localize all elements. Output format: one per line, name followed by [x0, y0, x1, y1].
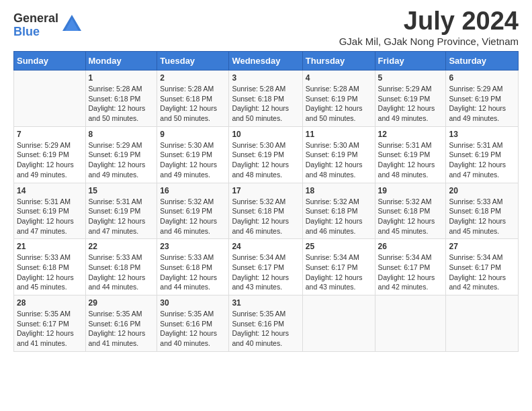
- day-info: Sunrise: 5:33 AMSunset: 6:18 PMDaylight:…: [160, 253, 226, 292]
- day-number: 16: [160, 186, 226, 195]
- calendar-cell: 5Sunrise: 5:29 AMSunset: 6:19 PMDaylight…: [375, 71, 446, 127]
- calendar-cell: [14, 71, 86, 127]
- day-number: 18: [306, 186, 372, 195]
- day-number: 31: [232, 298, 299, 308]
- header-friday: Friday: [375, 52, 446, 71]
- day-info: Sunrise: 5:33 AMSunset: 6:18 PMDaylight:…: [17, 253, 83, 292]
- title-section: July 2024 GJak Mil, GJak Nong Province, …: [339, 7, 519, 47]
- calendar-cell: 8Sunrise: 5:29 AMSunset: 6:19 PMDaylight…: [85, 126, 157, 183]
- header-sunday: Sunday: [14, 52, 86, 71]
- header-monday: Monday: [85, 52, 157, 71]
- day-number: 25: [306, 242, 372, 251]
- calendar-cell: 4Sunrise: 5:28 AMSunset: 6:19 PMDaylight…: [302, 71, 375, 127]
- day-info: Sunrise: 5:32 AMSunset: 6:18 PMDaylight:…: [232, 197, 299, 236]
- page-header: General Blue July 2024 GJak Mil, GJak No…: [13, 7, 519, 47]
- day-number: 11: [306, 130, 372, 139]
- day-number: 13: [449, 130, 515, 139]
- calendar-cell: 1Sunrise: 5:28 AMSunset: 6:18 PMDaylight…: [85, 71, 157, 127]
- calendar-table: SundayMondayTuesdayWednesdayThursdayFrid…: [13, 51, 519, 352]
- calendar-header-row: SundayMondayTuesdayWednesdayThursdayFrid…: [14, 52, 519, 71]
- day-info: Sunrise: 5:33 AMSunset: 6:18 PMDaylight:…: [449, 197, 515, 236]
- calendar-cell: [375, 295, 446, 352]
- day-number: 26: [378, 242, 443, 251]
- day-info: Sunrise: 5:28 AMSunset: 6:18 PMDaylight:…: [232, 84, 299, 124]
- day-number: 9: [160, 130, 226, 139]
- day-number: 17: [232, 186, 299, 195]
- day-number: 24: [232, 242, 299, 251]
- calendar-cell: 12Sunrise: 5:31 AMSunset: 6:19 PMDayligh…: [375, 126, 446, 183]
- day-number: 14: [17, 186, 83, 195]
- day-number: 4: [306, 73, 372, 83]
- week-row-1: 1Sunrise: 5:28 AMSunset: 6:18 PMDaylight…: [14, 71, 519, 127]
- day-info: Sunrise: 5:28 AMSunset: 6:18 PMDaylight:…: [89, 84, 154, 124]
- day-info: Sunrise: 5:28 AMSunset: 6:19 PMDaylight:…: [306, 84, 372, 124]
- day-number: 10: [232, 130, 299, 139]
- day-info: Sunrise: 5:31 AMSunset: 6:19 PMDaylight:…: [378, 140, 443, 180]
- day-number: 22: [89, 242, 154, 251]
- day-info: Sunrise: 5:33 AMSunset: 6:18 PMDaylight:…: [89, 253, 154, 292]
- day-info: Sunrise: 5:32 AMSunset: 6:19 PMDaylight:…: [160, 197, 226, 236]
- header-saturday: Saturday: [446, 52, 519, 71]
- day-info: Sunrise: 5:35 AMSunset: 6:17 PMDaylight:…: [17, 309, 83, 349]
- day-info: Sunrise: 5:34 AMSunset: 6:17 PMDaylight:…: [378, 253, 443, 292]
- day-info: Sunrise: 5:30 AMSunset: 6:19 PMDaylight:…: [232, 140, 299, 180]
- calendar-cell: [446, 295, 519, 352]
- calendar-cell: 11Sunrise: 5:30 AMSunset: 6:19 PMDayligh…: [302, 126, 375, 183]
- week-row-5: 28Sunrise: 5:35 AMSunset: 6:17 PMDayligh…: [14, 295, 519, 352]
- header-thursday: Thursday: [302, 52, 375, 71]
- calendar-cell: 16Sunrise: 5:32 AMSunset: 6:19 PMDayligh…: [157, 183, 229, 239]
- calendar-cell: 18Sunrise: 5:32 AMSunset: 6:18 PMDayligh…: [302, 183, 375, 239]
- calendar-cell: 19Sunrise: 5:32 AMSunset: 6:18 PMDayligh…: [375, 183, 446, 239]
- header-wednesday: Wednesday: [229, 52, 302, 71]
- day-number: 15: [89, 186, 154, 195]
- day-info: Sunrise: 5:34 AMSunset: 6:17 PMDaylight:…: [306, 253, 372, 292]
- logo-blue: Blue: [13, 26, 58, 39]
- header-tuesday: Tuesday: [157, 52, 229, 71]
- calendar-cell: 24Sunrise: 5:34 AMSunset: 6:17 PMDayligh…: [229, 239, 302, 295]
- calendar-cell: 13Sunrise: 5:31 AMSunset: 6:19 PMDayligh…: [446, 126, 519, 183]
- calendar-cell: 7Sunrise: 5:29 AMSunset: 6:19 PMDaylight…: [14, 126, 86, 183]
- day-number: 3: [232, 73, 299, 83]
- calendar-cell: 23Sunrise: 5:33 AMSunset: 6:18 PMDayligh…: [157, 239, 229, 295]
- location-subtitle: GJak Mil, GJak Nong Province, Vietnam: [339, 36, 519, 47]
- day-number: 27: [449, 242, 515, 251]
- calendar-cell: 29Sunrise: 5:35 AMSunset: 6:16 PMDayligh…: [85, 295, 157, 352]
- calendar-cell: 26Sunrise: 5:34 AMSunset: 6:17 PMDayligh…: [375, 239, 446, 295]
- logo: General Blue: [13, 12, 84, 39]
- week-row-3: 14Sunrise: 5:31 AMSunset: 6:19 PMDayligh…: [14, 183, 519, 239]
- day-number: 5: [378, 73, 443, 83]
- calendar-cell: 21Sunrise: 5:33 AMSunset: 6:18 PMDayligh…: [14, 239, 86, 295]
- day-info: Sunrise: 5:32 AMSunset: 6:18 PMDaylight:…: [306, 197, 372, 236]
- day-info: Sunrise: 5:29 AMSunset: 6:19 PMDaylight:…: [449, 84, 515, 124]
- day-info: Sunrise: 5:34 AMSunset: 6:17 PMDaylight:…: [449, 253, 515, 292]
- calendar-cell: 28Sunrise: 5:35 AMSunset: 6:17 PMDayligh…: [14, 295, 86, 352]
- calendar-cell: 22Sunrise: 5:33 AMSunset: 6:18 PMDayligh…: [85, 239, 157, 295]
- day-number: 19: [378, 186, 443, 195]
- day-info: Sunrise: 5:29 AMSunset: 6:19 PMDaylight:…: [89, 140, 154, 180]
- day-number: 12: [378, 130, 443, 139]
- calendar-cell: 14Sunrise: 5:31 AMSunset: 6:19 PMDayligh…: [14, 183, 86, 239]
- logo-icon: [60, 12, 84, 36]
- day-info: Sunrise: 5:30 AMSunset: 6:19 PMDaylight:…: [160, 140, 226, 180]
- calendar-cell: 10Sunrise: 5:30 AMSunset: 6:19 PMDayligh…: [229, 126, 302, 183]
- day-info: Sunrise: 5:34 AMSunset: 6:17 PMDaylight:…: [232, 253, 299, 292]
- calendar-cell: 27Sunrise: 5:34 AMSunset: 6:17 PMDayligh…: [446, 239, 519, 295]
- day-info: Sunrise: 5:31 AMSunset: 6:19 PMDaylight:…: [89, 197, 154, 236]
- calendar-cell: 31Sunrise: 5:35 AMSunset: 6:16 PMDayligh…: [229, 295, 302, 352]
- week-row-4: 21Sunrise: 5:33 AMSunset: 6:18 PMDayligh…: [14, 239, 519, 295]
- calendar-cell: 2Sunrise: 5:28 AMSunset: 6:18 PMDaylight…: [157, 71, 229, 127]
- logo-general: General: [13, 12, 58, 26]
- calendar-cell: 25Sunrise: 5:34 AMSunset: 6:17 PMDayligh…: [302, 239, 375, 295]
- day-info: Sunrise: 5:35 AMSunset: 6:16 PMDaylight:…: [232, 309, 299, 349]
- day-info: Sunrise: 5:29 AMSunset: 6:19 PMDaylight:…: [378, 84, 443, 124]
- day-number: 21: [17, 242, 83, 251]
- day-number: 8: [89, 130, 154, 139]
- day-number: 20: [449, 186, 515, 195]
- day-number: 6: [449, 73, 515, 83]
- day-number: 30: [160, 298, 226, 308]
- day-info: Sunrise: 5:35 AMSunset: 6:16 PMDaylight:…: [89, 309, 154, 349]
- week-row-2: 7Sunrise: 5:29 AMSunset: 6:19 PMDaylight…: [14, 126, 519, 183]
- day-number: 1: [89, 73, 154, 83]
- day-number: 28: [17, 298, 83, 308]
- day-number: 7: [17, 130, 83, 139]
